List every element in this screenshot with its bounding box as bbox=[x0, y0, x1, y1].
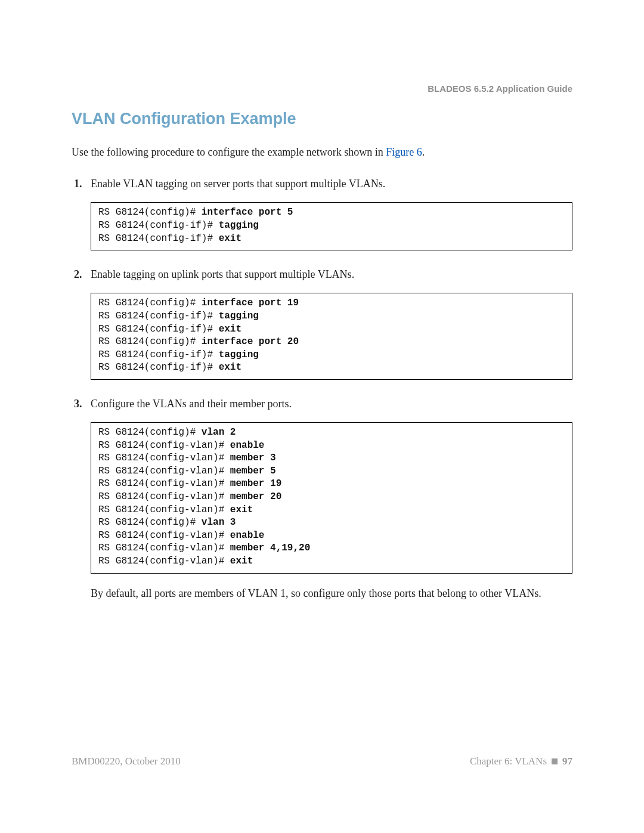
code-plain: RS G8124(config-if)# bbox=[98, 349, 219, 360]
code-block-1: RS G8124(config)# interface port 5 RS G8… bbox=[91, 202, 572, 250]
section-title: VLAN Configuration Example bbox=[72, 110, 572, 128]
step-1: 1. Enable VLAN tagging on server ports t… bbox=[72, 176, 572, 191]
code-bold: vlan 2 bbox=[202, 427, 236, 438]
code-bold: exit bbox=[219, 233, 242, 244]
step-text: Enable VLAN tagging on server ports that… bbox=[91, 176, 572, 191]
code-bold: member 19 bbox=[230, 478, 281, 489]
footer-left: BMD00220, October 2010 bbox=[72, 755, 181, 767]
code-bold: interface port 20 bbox=[202, 336, 299, 347]
step-3-note: By default, all ports are members of VLA… bbox=[91, 586, 572, 601]
intro-paragraph: Use the following procedure to configure… bbox=[72, 145, 572, 160]
code-line: RS G8124(config-if)# exit bbox=[98, 323, 565, 336]
code-line: RS G8124(config-vlan)# member 4,19,20 bbox=[98, 542, 565, 555]
code-plain: RS G8124(config)# bbox=[98, 517, 202, 528]
code-line: RS G8124(config-vlan)# member 5 bbox=[98, 465, 565, 478]
code-line: RS G8124(config-if)# tagging bbox=[98, 310, 565, 323]
step-3: 3. Configure the VLANs and their member … bbox=[72, 397, 572, 411]
code-line: RS G8124(config-vlan)# enable bbox=[98, 529, 565, 543]
step-number: 1. bbox=[72, 176, 91, 191]
code-line: RS G8124(config)# interface port 20 bbox=[98, 336, 565, 349]
code-plain: RS G8124(config-if)# bbox=[98, 324, 219, 335]
intro-pre: Use the following procedure to configure… bbox=[72, 146, 386, 158]
page-body: BLADEOS 6.5.2 Application Guide VLAN Con… bbox=[0, 0, 644, 833]
code-bold: enable bbox=[230, 440, 265, 451]
code-plain: RS G8124(config-if)# bbox=[98, 233, 219, 244]
code-plain: RS G8124(config)# bbox=[98, 298, 202, 308]
footer-right: Chapter 6: VLANs 97 bbox=[470, 755, 572, 767]
code-plain: RS G8124(config)# bbox=[98, 207, 202, 218]
step-text: Enable tagging on uplink ports that supp… bbox=[91, 267, 572, 282]
code-line: RS G8124(config-vlan)# exit bbox=[98, 504, 565, 517]
code-line: RS G8124(config)# interface port 5 bbox=[98, 206, 565, 219]
code-bold: enable bbox=[230, 530, 265, 541]
step-2: 2. Enable tagging on uplink ports that s… bbox=[72, 267, 572, 282]
code-bold: member 4,19,20 bbox=[230, 543, 310, 553]
code-line: RS G8124(config-vlan)# member 19 bbox=[98, 478, 565, 491]
page-footer: BMD00220, October 2010 Chapter 6: VLANs … bbox=[72, 755, 572, 767]
code-bold: exit bbox=[219, 362, 242, 373]
code-line: RS G8124(config-if)# exit bbox=[98, 361, 565, 374]
code-line: RS G8124(config-vlan)# exit bbox=[98, 555, 565, 568]
code-bold: exit bbox=[219, 324, 242, 335]
code-plain: RS G8124(config-vlan)# bbox=[98, 530, 230, 541]
code-bold: interface port 19 bbox=[202, 298, 299, 308]
code-bold: tagging bbox=[219, 220, 259, 231]
code-bold: exit bbox=[230, 556, 253, 566]
code-bold: vlan 3 bbox=[202, 517, 236, 528]
code-plain: RS G8124(config-if)# bbox=[98, 311, 219, 321]
page-number: 97 bbox=[562, 755, 572, 767]
step-text: Configure the VLANs and their member por… bbox=[91, 397, 572, 411]
code-bold: interface port 5 bbox=[202, 207, 293, 218]
code-block-3: RS G8124(config)# vlan 2 RS G8124(config… bbox=[91, 422, 572, 574]
code-plain: RS G8124(config-vlan)# bbox=[98, 440, 230, 451]
code-line: RS G8124(config-vlan)# enable bbox=[98, 439, 565, 453]
code-plain: RS G8124(config-vlan)# bbox=[98, 491, 230, 502]
footer-chapter: Chapter 6: VLANs bbox=[470, 755, 547, 767]
code-plain: RS G8124(config-vlan)# bbox=[98, 556, 230, 566]
step-number: 2. bbox=[72, 267, 91, 282]
code-line: RS G8124(config-vlan)# member 20 bbox=[98, 491, 565, 504]
code-line: RS G8124(config-if)# exit bbox=[98, 233, 565, 246]
code-plain: RS G8124(config-if)# bbox=[98, 362, 219, 373]
code-plain: RS G8124(config)# bbox=[98, 336, 202, 347]
code-bold: member 3 bbox=[230, 453, 276, 463]
step-number: 3. bbox=[72, 397, 91, 411]
code-plain: RS G8124(config-vlan)# bbox=[98, 453, 230, 463]
code-line: RS G8124(config)# vlan 2 bbox=[98, 426, 565, 439]
code-line: RS G8124(config-if)# tagging bbox=[98, 219, 565, 233]
figure-link[interactable]: Figure 6 bbox=[386, 146, 422, 158]
code-line: RS G8124(config-if)# tagging bbox=[98, 349, 565, 362]
code-plain: RS G8124(config-vlan)# bbox=[98, 504, 230, 515]
square-icon bbox=[552, 758, 558, 764]
code-plain: RS G8124(config-if)# bbox=[98, 220, 219, 231]
code-block-2: RS G8124(config)# interface port 19 RS G… bbox=[91, 293, 572, 380]
code-bold: tagging bbox=[219, 311, 259, 321]
code-plain: RS G8124(config-vlan)# bbox=[98, 466, 230, 476]
code-plain: RS G8124(config-vlan)# bbox=[98, 478, 230, 489]
code-line: RS G8124(config)# vlan 3 bbox=[98, 516, 565, 529]
code-bold: member 5 bbox=[230, 466, 276, 476]
code-line: RS G8124(config-vlan)# member 3 bbox=[98, 452, 565, 465]
code-plain: RS G8124(config)# bbox=[98, 427, 202, 438]
code-line: RS G8124(config)# interface port 19 bbox=[98, 297, 565, 310]
running-header: BLADEOS 6.5.2 Application Guide bbox=[428, 83, 572, 94]
code-bold: exit bbox=[230, 504, 253, 515]
code-plain: RS G8124(config-vlan)# bbox=[98, 543, 230, 553]
code-bold: tagging bbox=[219, 349, 259, 360]
code-bold: member 20 bbox=[230, 491, 281, 502]
intro-post: . bbox=[422, 146, 425, 158]
